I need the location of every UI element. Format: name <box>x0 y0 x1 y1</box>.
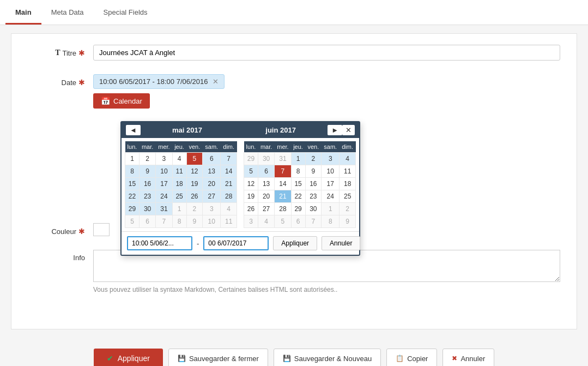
table-row[interactable]: 15 <box>125 178 140 190</box>
table-row[interactable]: 17 <box>156 178 172 190</box>
table-row[interactable]: 9 <box>340 215 356 228</box>
table-row[interactable]: 5 <box>244 165 258 178</box>
table-row[interactable]: 29 <box>244 153 258 165</box>
table-row[interactable]: 14 <box>221 165 237 178</box>
table-row[interactable]: 5 <box>275 215 291 228</box>
table-row[interactable]: 8 <box>291 165 305 178</box>
table-row[interactable]: 31 <box>156 203 172 215</box>
table-row[interactable]: 4 <box>258 215 274 228</box>
save-close-button[interactable]: 💾 Sauvegarder & fermer <box>168 349 268 366</box>
table-row[interactable]: 1 <box>322 203 340 215</box>
table-row[interactable]: 7 <box>156 215 172 228</box>
table-row[interactable]: 10 <box>322 165 340 178</box>
table-row[interactable]: 15 <box>291 178 305 190</box>
table-row[interactable]: 11 <box>221 215 237 228</box>
table-row[interactable]: 7 <box>305 215 322 228</box>
table-row[interactable]: 1 <box>125 153 140 165</box>
table-row[interactable]: 4 <box>172 153 186 165</box>
date-close-icon[interactable]: ✕ <box>213 77 219 86</box>
table-row[interactable]: 10 <box>156 165 172 178</box>
calendar-apply-btn[interactable]: Appliquer <box>273 236 317 250</box>
table-row[interactable]: 9 <box>305 165 322 178</box>
color-swatch[interactable] <box>93 223 110 236</box>
table-row[interactable]: 11 <box>172 165 186 178</box>
table-row[interactable]: 2 <box>186 203 203 215</box>
table-row[interactable]: 8 <box>322 215 340 228</box>
table-row[interactable]: 12 <box>244 178 258 190</box>
calendar-cancel-btn[interactable]: Annuler <box>322 236 360 250</box>
table-row[interactable]: 30 <box>139 203 155 215</box>
table-row[interactable]: 17 <box>322 178 340 190</box>
table-row[interactable]: 22 <box>291 190 305 203</box>
table-row[interactable]: 6 <box>258 165 274 178</box>
table-row[interactable]: 8 <box>125 165 140 178</box>
table-row[interactable]: 6 <box>139 215 155 228</box>
calendar-next-btn[interactable]: ► <box>328 125 342 135</box>
calendar-prev-btn[interactable]: ◄ <box>126 125 141 135</box>
tab-meta-data[interactable]: Meta Data <box>41 2 94 25</box>
table-row[interactable]: 16 <box>139 178 155 190</box>
table-row[interactable]: 28 <box>221 190 237 203</box>
table-row[interactable]: 27 <box>203 190 221 203</box>
save-new-button[interactable]: 💾 Sauvegarder & Nouveau <box>274 349 381 366</box>
table-row[interactable]: 19 <box>186 178 203 190</box>
table-row[interactable]: 12 <box>186 165 203 178</box>
table-row[interactable]: 24 <box>156 190 172 203</box>
titre-input[interactable] <box>93 45 560 61</box>
table-row[interactable]: 31 <box>275 153 291 165</box>
table-row[interactable]: 24 <box>322 190 340 203</box>
table-row[interactable]: 1 <box>172 203 186 215</box>
cancel-button[interactable]: ✖ Annuler <box>442 349 494 366</box>
tab-special-fields[interactable]: Special Fields <box>94 2 157 25</box>
table-row[interactable]: 16 <box>305 178 322 190</box>
table-row[interactable]: 1 <box>291 153 305 165</box>
table-row[interactable]: 20 <box>203 178 221 190</box>
copy-button[interactable]: 📋 Copier <box>386 349 437 366</box>
table-row[interactable]: 23 <box>139 190 155 203</box>
calendar-end-input[interactable] <box>203 236 269 250</box>
table-row[interactable]: 26 <box>186 190 203 203</box>
table-row[interactable]: 26 <box>244 203 258 215</box>
table-row[interactable]: 3 <box>322 153 340 165</box>
calendar-button[interactable]: 📅 Calendar <box>93 93 150 109</box>
table-row[interactable]: 4 <box>221 203 237 215</box>
table-row[interactable]: 3 <box>156 153 172 165</box>
table-row[interactable]: 23 <box>305 190 322 203</box>
apply-button[interactable]: ✔ Appliquer <box>94 349 163 366</box>
table-row[interactable]: 21 <box>275 190 291 203</box>
table-row[interactable]: 8 <box>172 215 186 228</box>
table-row[interactable]: 7 <box>221 153 237 165</box>
table-row[interactable]: 11 <box>340 165 356 178</box>
table-row[interactable]: 9 <box>186 215 203 228</box>
table-row[interactable]: 19 <box>244 190 258 203</box>
table-row[interactable]: 25 <box>340 190 356 203</box>
table-row[interactable]: 22 <box>125 190 140 203</box>
table-row[interactable]: 28 <box>275 203 291 215</box>
table-row[interactable]: 7 <box>275 165 291 178</box>
table-row[interactable]: 2 <box>305 153 322 165</box>
table-row[interactable]: 25 <box>172 190 186 203</box>
table-row[interactable]: 5 <box>125 215 140 228</box>
table-row[interactable]: 13 <box>258 178 274 190</box>
table-row[interactable]: 30 <box>258 153 274 165</box>
table-row[interactable]: 27 <box>258 203 274 215</box>
table-row[interactable]: 9 <box>139 165 155 178</box>
table-row[interactable]: 2 <box>139 153 155 165</box>
table-row[interactable]: 21 <box>221 178 237 190</box>
table-row[interactable]: 3 <box>203 203 221 215</box>
table-row[interactable]: 13 <box>203 165 221 178</box>
table-row[interactable]: 20 <box>258 190 274 203</box>
table-row[interactable]: 30 <box>305 203 322 215</box>
table-row[interactable]: 18 <box>172 178 186 190</box>
tab-main[interactable]: Main <box>5 2 41 25</box>
table-row[interactable]: 14 <box>275 178 291 190</box>
table-row[interactable]: 10 <box>203 215 221 228</box>
table-row[interactable]: 5 <box>186 153 203 165</box>
table-row[interactable]: 2 <box>340 203 356 215</box>
table-row[interactable]: 6 <box>203 153 221 165</box>
calendar-start-input[interactable] <box>127 236 192 250</box>
calendar-close-btn[interactable]: ✕ <box>342 125 355 135</box>
table-row[interactable]: 6 <box>291 215 305 228</box>
table-row[interactable]: 29 <box>291 203 305 215</box>
table-row[interactable]: 18 <box>340 178 356 190</box>
